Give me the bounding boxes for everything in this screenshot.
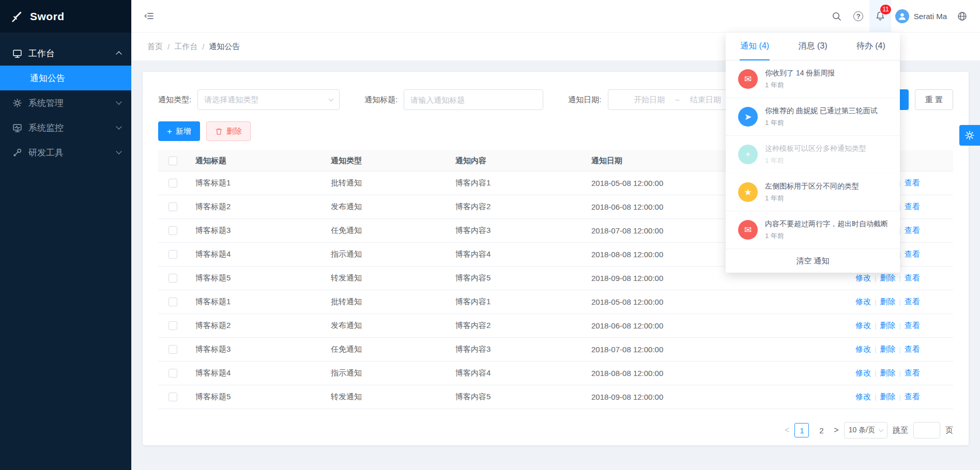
delete-link[interactable]: 删除 <box>880 297 896 306</box>
delete-link[interactable]: 删除 <box>880 392 896 401</box>
view-link[interactable]: 查看 <box>905 297 920 306</box>
action-separator: | <box>875 346 876 353</box>
cell-title: 博客标题4 <box>187 368 323 378</box>
delete-link[interactable]: 删除 <box>880 368 896 377</box>
edit-link[interactable]: 修改 <box>855 273 871 282</box>
edit-link[interactable]: 修改 <box>855 344 871 353</box>
cell-title: 博客标题4 <box>187 249 323 259</box>
breadcrumb-separator: / <box>167 42 170 51</box>
jump-page-input[interactable] <box>913 422 940 438</box>
cell-type: 发布通知 <box>323 321 447 331</box>
cell-date: 2018-08-08 12:00:00 <box>583 369 798 378</box>
page-1-button[interactable]: 1 <box>794 423 809 437</box>
next-page-button[interactable]: > <box>834 426 838 435</box>
user-menu[interactable]: Serati Ma <box>895 9 947 23</box>
delete-link[interactable]: 删除 <box>880 344 896 353</box>
col-header-content: 通知内容 <box>447 156 583 166</box>
add-button[interactable]: 新增 <box>158 121 200 141</box>
row-checkbox[interactable] <box>169 393 177 401</box>
tab-todos[interactable]: 待办 (4) <box>842 33 900 60</box>
settings-gear-button[interactable] <box>959 125 980 146</box>
action-separator: | <box>875 393 876 401</box>
view-link[interactable]: 查看 <box>905 344 920 353</box>
row-checkbox[interactable] <box>169 345 177 354</box>
sidebar-item-dev-tools[interactable]: 研发工具 <box>0 140 131 165</box>
sidebar-menu: 工作台 通知公告 系统管理 系统监控 <box>0 33 131 165</box>
notification-item[interactable]: + 这种模板可以区分多种通知类型 1 年前 <box>726 136 900 174</box>
tab-messages[interactable]: 消息 (3) <box>784 33 841 60</box>
wrench-icon <box>11 148 23 158</box>
row-checkbox[interactable] <box>169 321 177 330</box>
breadcrumb-home[interactable]: 首页 <box>147 42 163 52</box>
reset-button[interactable]: 重 置 <box>915 89 953 110</box>
sword-logo-icon <box>10 10 23 23</box>
edit-link[interactable]: 修改 <box>855 297 871 306</box>
select-all-checkbox[interactable] <box>169 156 177 165</box>
chevron-down-icon <box>117 102 121 104</box>
row-checkbox[interactable] <box>169 274 177 283</box>
notice-type-select[interactable]: 请选择通知类型 <box>197 89 340 110</box>
top-header: 11 Serati Ma <box>131 0 980 33</box>
delete-link[interactable]: 删除 <box>880 273 896 282</box>
tab-notifications[interactable]: 通知 (4) <box>726 33 784 60</box>
sidebar-item-label: 研发工具 <box>28 147 64 159</box>
view-link[interactable]: 查看 <box>905 202 920 211</box>
action-separator: | <box>899 369 901 377</box>
notifications-bell-icon[interactable]: 11 <box>869 0 891 33</box>
row-checkbox[interactable] <box>169 369 177 378</box>
clear-notifications-button[interactable]: 清空 通知 <box>726 249 900 273</box>
col-header-title: 通知标题 <box>187 156 323 166</box>
notification-item[interactable]: ★ 左侧图标用于区分不同的类型 1 年前 <box>726 174 900 211</box>
notification-item[interactable]: ✉ 内容不要超过两行字，超出时自动截断 1 年前 <box>726 211 900 249</box>
breadcrumb-separator: / <box>202 42 204 51</box>
breadcrumb-workbench[interactable]: 工作台 <box>174 42 197 52</box>
view-link[interactable]: 查看 <box>905 249 920 258</box>
row-checkbox[interactable] <box>169 297 177 306</box>
sidebar-item-system-monitor[interactable]: 系统监控 <box>0 115 131 140</box>
cell-type: 发布通知 <box>323 202 447 212</box>
cell-type: 指示通知 <box>323 368 447 378</box>
row-checkbox[interactable] <box>169 250 177 259</box>
notification-item[interactable]: ✉ 你收到了 14 份新周报 1 年前 <box>726 60 900 98</box>
cell-title: 博客标题3 <box>187 226 323 236</box>
language-globe-icon[interactable] <box>951 0 973 33</box>
notice-date-label: 通知日期: <box>568 95 601 105</box>
help-icon[interactable] <box>848 0 869 33</box>
view-link[interactable]: 查看 <box>905 273 920 282</box>
page-2-button[interactable]: 2 <box>814 423 829 437</box>
edit-link[interactable]: 修改 <box>855 392 871 401</box>
view-link[interactable]: 查看 <box>905 392 920 401</box>
sidebar-item-label: 通知公告 <box>30 72 65 84</box>
notification-item[interactable]: ➤ 你推荐的 曲妮妮 已通过第三轮面试 1 年前 <box>726 98 900 136</box>
cell-content: 博客内容3 <box>447 344 583 354</box>
page-unit-label: 页 <box>945 426 953 435</box>
delete-button[interactable]: 删除 <box>206 121 251 141</box>
cell-title: 博客标题1 <box>187 178 323 188</box>
cell-type: 任免通知 <box>323 344 447 354</box>
menu-collapse-icon[interactable] <box>144 11 154 21</box>
page-size-select[interactable]: 10 条/页 <box>844 422 887 438</box>
sidebar-item-notice[interactable]: 通知公告 <box>0 66 131 90</box>
row-checkbox[interactable] <box>169 202 177 211</box>
notice-title: 左侧图标用于区分不同的类型 <box>765 182 887 191</box>
row-checkbox[interactable] <box>169 226 177 235</box>
row-checkbox[interactable] <box>169 179 177 187</box>
view-link[interactable]: 查看 <box>905 321 920 330</box>
edit-link[interactable]: 修改 <box>855 368 871 377</box>
sidebar-item-workbench[interactable]: 工作台 <box>0 41 131 66</box>
delete-link[interactable]: 删除 <box>880 321 896 330</box>
prev-page-button[interactable]: < <box>785 426 789 435</box>
view-link[interactable]: 查看 <box>905 226 920 234</box>
edit-link[interactable]: 修改 <box>855 321 871 330</box>
user-name: Serati Ma <box>914 12 947 21</box>
notice-title-label: 通知标题: <box>364 95 397 105</box>
notice-title-input[interactable] <box>404 89 543 110</box>
search-icon[interactable] <box>826 0 848 33</box>
sidebar-item-system-management[interactable]: 系统管理 <box>0 90 131 115</box>
chevron-down-icon <box>117 151 121 153</box>
view-link[interactable]: 查看 <box>905 178 920 187</box>
add-button-label: 新增 <box>176 127 191 136</box>
view-link[interactable]: 查看 <box>905 368 920 377</box>
chevron-down-icon <box>329 97 334 102</box>
gear-icon <box>964 130 975 140</box>
